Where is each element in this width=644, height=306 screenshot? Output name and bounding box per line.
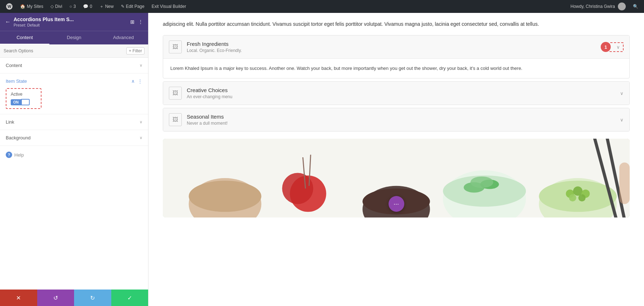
help-label: Help <box>14 152 24 158</box>
sidebar-tabs: Content Design Advanced <box>0 31 148 44</box>
accordion-chevron-3: ∨ <box>620 117 624 123</box>
reset-button[interactable]: ↺ <box>37 290 74 306</box>
link-chevron-icon: ∨ <box>140 120 142 124</box>
admin-bar: W 🏠 My Sites ◇ Divi ○ 3 💬 0 ＋ New ✎ Edit… <box>0 0 644 13</box>
accordion-header-2[interactable]: 🖼 Creative Choices An ever-changing menu… <box>163 82 629 105</box>
help-icon: ? <box>6 152 12 158</box>
accordion-image-3: 🖼 <box>169 113 182 126</box>
user-greeting[interactable]: Howdy, Christina Gwira <box>568 0 629 13</box>
svg-point-21 <box>569 194 576 201</box>
accordion-subtitle-1: Local. Organic. Eco-Friendly. <box>187 48 606 53</box>
divi-icon: ◇ <box>50 4 54 9</box>
item-state-header: Item State ∧ ⋮ <box>6 78 142 84</box>
svg-point-15 <box>470 177 493 188</box>
grid-icon[interactable]: ⊞ <box>130 19 135 25</box>
content-chevron-icon: ∨ <box>140 63 142 68</box>
my-sites-link[interactable]: 🏠 My Sites <box>17 0 46 13</box>
comment2-link[interactable]: 💬 0 <box>80 0 95 13</box>
sidebar-header-icons: ⊞ ⋮ <box>130 19 143 25</box>
svg-text:W: W <box>8 4 11 9</box>
help-row[interactable]: ? Help <box>0 146 148 164</box>
item-state-controls: ∧ ⋮ <box>131 78 142 84</box>
back-icon[interactable]: ← <box>5 19 11 25</box>
image3-icon: 🖼 <box>172 116 178 123</box>
cancel-button[interactable]: ✕ <box>0 290 37 306</box>
bubble2-icon: 💬 <box>83 4 88 9</box>
tab-advanced[interactable]: Advanced <box>99 31 148 44</box>
link-section-title: Link <box>6 119 14 125</box>
item-state-section: Item State ∧ ⋮ Active ON <box>0 73 148 114</box>
sidebar-preset[interactable]: Preset: Default <box>14 23 74 27</box>
sidebar-search: + Filter <box>0 44 148 58</box>
comments-link[interactable]: ○ 3 <box>67 0 79 13</box>
accordion-image-1: 🖼 <box>169 40 182 53</box>
plus-icon: ＋ <box>99 4 104 10</box>
sidebar-title-row: ← Accordions Plus Item S... Preset: Defa… <box>5 16 74 27</box>
avatar <box>618 3 626 10</box>
exit-builder-link[interactable]: Exit Visual Builder <box>149 0 189 13</box>
wp-logo[interactable]: W <box>3 0 16 13</box>
background-chevron-icon: ∨ <box>140 135 142 140</box>
dots-icon: ··· <box>394 200 399 208</box>
accordion-body-1: Lorem Khaled Ipsum is a major key to suc… <box>163 58 629 78</box>
edit-page-link[interactable]: ✎ Edit Page <box>118 0 147 13</box>
floating-action-button[interactable]: ··· <box>389 196 404 212</box>
accordion-image-2: 🖼 <box>169 87 182 100</box>
save-button[interactable]: ✓ <box>111 290 148 306</box>
tab-design[interactable]: Design <box>49 31 99 44</box>
svg-rect-25 <box>619 163 630 204</box>
my-sites-icon: 🏠 <box>20 4 25 9</box>
sidebar-content: Content ∨ Item State ∧ ⋮ Active ON <box>0 58 148 290</box>
accordion-item-2: 🖼 Creative Choices An ever-changing menu… <box>163 81 630 105</box>
accordion-header-1[interactable]: 🖼 Fresh Ingredients Local. Organic. Eco-… <box>163 35 629 58</box>
filter-button[interactable]: + Filter <box>126 47 145 54</box>
food-image-section: ··· <box>163 139 630 217</box>
accordion-title-1: Fresh Ingredients <box>187 41 606 47</box>
admin-bar-right: Howdy, Christina Gwira 🔍 <box>568 0 641 13</box>
accordion-subtitle-2: An ever-changing menu <box>187 94 616 99</box>
svg-point-6 <box>282 173 313 204</box>
active-toggle[interactable]: ON <box>11 99 36 105</box>
svg-point-22 <box>578 194 585 201</box>
more-options-icon[interactable]: ⋮ <box>138 78 142 84</box>
toggle-thumb <box>21 99 30 105</box>
accordion-edit-box-1[interactable]: ∨ <box>609 42 624 52</box>
search-admin-btn[interactable]: 🔍 <box>630 0 641 13</box>
svg-point-17 <box>539 181 617 212</box>
image-icon: 🖼 <box>172 44 178 50</box>
sidebar: ← Accordions Plus Item S... Preset: Defa… <box>0 13 148 306</box>
page-content: adipiscing elit. Nulla porttitor accumsa… <box>148 13 644 306</box>
search-input[interactable] <box>4 48 126 53</box>
sidebar-actions: ✕ ↺ ↻ ✓ <box>0 290 148 306</box>
accordion-badge-1: 1 <box>601 42 611 52</box>
new-link[interactable]: ＋ New <box>97 0 117 13</box>
search-icon: 🔍 <box>633 4 638 9</box>
background-section-header[interactable]: Background ∨ <box>0 130 148 146</box>
item-state-title: Item State <box>6 78 27 84</box>
redo-button[interactable]: ↻ <box>74 290 111 306</box>
toggle-on-label: ON <box>11 99 21 105</box>
accordion-item-1: 🖼 Fresh Ingredients Local. Organic. Eco-… <box>163 35 630 78</box>
chevron-up-icon[interactable]: ∧ <box>131 78 135 84</box>
edit-icon: ✎ <box>121 4 125 9</box>
image2-icon: 🖼 <box>172 90 178 96</box>
bubble-icon: ○ <box>69 4 72 9</box>
active-toggle-box: Active ON <box>6 88 42 109</box>
background-section-title: Background <box>6 135 30 140</box>
content-section-title: Content <box>6 63 22 68</box>
link-section-header[interactable]: Link ∨ <box>0 114 148 130</box>
svg-point-4 <box>189 181 262 212</box>
main-layout: ← Accordions Plus Item S... Preset: Defa… <box>0 13 644 306</box>
divi-link[interactable]: ◇ Divi <box>48 0 65 13</box>
accordion-item-3: 🖼 Seasonal Items Never a dull moment! ∨ <box>163 108 630 132</box>
accordion-subtitle-3: Never a dull moment! <box>187 121 616 126</box>
accordion-chevron-2: ∨ <box>620 91 624 96</box>
active-label: Active <box>11 92 36 97</box>
accordion-chevron-1: ∨ <box>616 44 620 50</box>
tab-content[interactable]: Content <box>0 31 49 44</box>
sidebar-header: ← Accordions Plus Item S... Preset: Defa… <box>0 13 148 31</box>
intro-text: adipiscing elit. Nulla porttitor accumsa… <box>163 20 630 28</box>
accordion-header-3[interactable]: 🖼 Seasonal Items Never a dull moment! ∨ <box>163 108 629 131</box>
more-icon[interactable]: ⋮ <box>138 19 143 25</box>
content-section-header[interactable]: Content ∨ <box>0 58 148 73</box>
